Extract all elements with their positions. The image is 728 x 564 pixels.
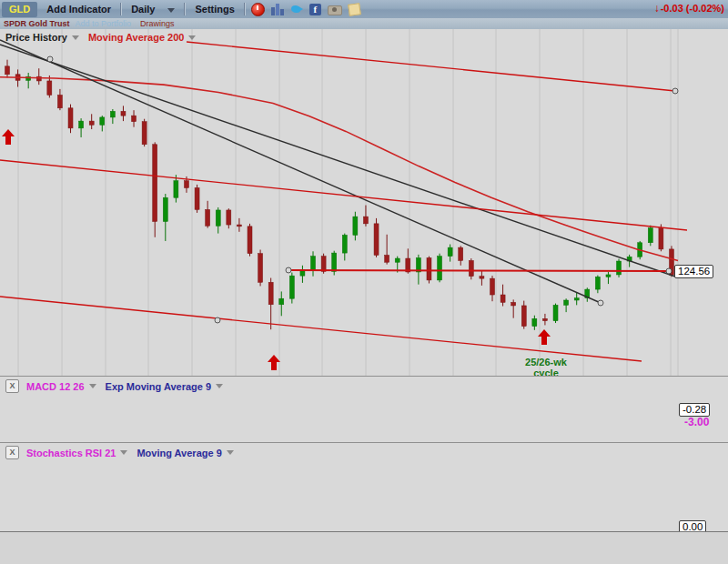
drawing-handle[interactable] <box>215 317 220 323</box>
macd-value-tag: -0.28 <box>679 403 710 417</box>
instrument-title: SPDR Gold Trust <box>4 19 70 28</box>
trendline-drawings[interactable] <box>0 40 687 361</box>
facebook-icon[interactable] <box>309 4 321 15</box>
buildings-icon[interactable] <box>271 4 284 15</box>
chart-subbar: SPDR Gold Trust Add to Portfolio Drawing… <box>0 18 728 29</box>
toolbar-icons <box>251 3 360 16</box>
drawing-handle[interactable] <box>672 88 678 94</box>
chevron-down-icon[interactable] <box>89 384 96 388</box>
price-change: ↓-0.03 (-0.02%) <box>654 2 724 15</box>
camera-icon[interactable] <box>328 5 342 15</box>
price-change-value: -0.03 (-0.02%) <box>661 3 724 14</box>
price-pane-header: Price History Moving Average 200 <box>5 32 205 43</box>
interval-dropdown[interactable]: Daily <box>122 2 184 16</box>
ma200-line <box>0 77 678 261</box>
alarm-icon[interactable] <box>251 3 265 16</box>
chevron-down-icon[interactable] <box>72 35 79 40</box>
chevron-down-icon[interactable] <box>120 450 127 455</box>
buy-signal-arrows <box>2 129 551 370</box>
interval-value: Daily <box>131 4 155 15</box>
toolbar-separator <box>244 3 246 15</box>
price-history-dropdown[interactable]: Price History <box>5 32 67 43</box>
drawing-handle[interactable] <box>666 268 672 274</box>
symbol-label[interactable]: GLD <box>2 2 37 17</box>
add-to-portfolio-link[interactable]: Add to Portfolio <box>76 19 132 28</box>
price-chart-pane[interactable]: Price History Moving Average 200 25/26-w… <box>0 29 728 376</box>
close-icon[interactable]: X <box>5 379 19 393</box>
macd-pane-header: X MACD 12 26 Exp Moving Average 9 <box>5 379 232 393</box>
chevron-down-icon[interactable] <box>227 450 234 455</box>
chevron-down-icon[interactable] <box>188 35 196 40</box>
trading-app: GLD Add Indicator Daily Settings ↓-0.03 … <box>0 0 728 564</box>
macd-dropdown[interactable]: MACD 12 26 <box>26 381 85 392</box>
settings-button[interactable]: Settings <box>186 2 243 16</box>
toolbar: GLD Add Indicator Daily Settings ↓-0.03 … <box>0 0 728 18</box>
drawing-handle[interactable] <box>286 267 291 273</box>
chevron-down-icon[interactable] <box>216 384 223 388</box>
twitter-icon[interactable] <box>290 4 303 15</box>
drawing-handle[interactable] <box>47 56 53 62</box>
close-icon[interactable]: X <box>5 446 19 459</box>
stoch-rsi-dropdown[interactable]: Stochastics RSI 21 <box>26 448 116 458</box>
time-axis <box>0 532 728 564</box>
last-price-tag: 124.56 <box>674 265 713 278</box>
macd-ema-dropdown[interactable]: Exp Moving Average 9 <box>106 381 212 392</box>
ma200-dropdown[interactable]: Moving Average 200 <box>88 32 185 43</box>
notes-icon[interactable] <box>348 3 361 16</box>
stoch-pane-header: X Stochastics RSI 21 Moving Average 9 <box>5 446 243 459</box>
drawing-handle[interactable] <box>598 300 603 306</box>
stochastics-pane[interactable]: X Stochastics RSI 21 Moving Average 9 0.… <box>0 443 728 531</box>
drawings-link[interactable]: Drawings <box>140 19 175 28</box>
down-arrow-icon: ↓ <box>654 2 660 15</box>
chevron-down-icon <box>167 8 175 13</box>
macd-pane[interactable]: X MACD 12 26 Exp Moving Average 9 -0.28 … <box>0 377 728 442</box>
stoch-ma-dropdown[interactable]: Moving Average 9 <box>136 448 221 458</box>
macd-axis-label: -3.00 <box>684 416 709 428</box>
price-chart-canvas[interactable] <box>0 29 728 376</box>
add-indicator-button[interactable]: Add Indicator <box>37 2 120 16</box>
